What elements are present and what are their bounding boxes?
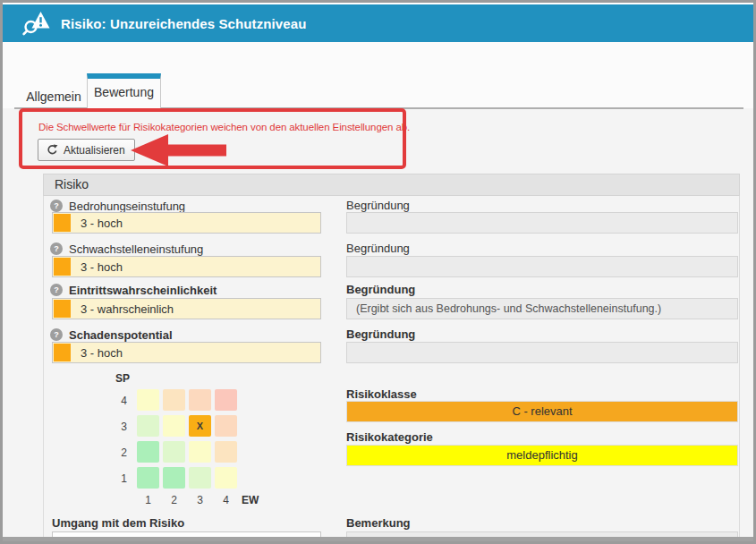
risk-class-bar: C - relevant <box>346 401 738 422</box>
begruendung-label-2: Begründung <box>346 242 410 256</box>
risk-dialog-window: Risiko: Unzureichendes Schutzniveau Allg… <box>0 0 756 544</box>
annotation-arrow <box>131 134 226 166</box>
rating-level-marker <box>54 258 71 276</box>
bedrohung-rating-value: 3 - hoch <box>81 217 123 230</box>
schadenspotential-rating-value: 3 - hoch <box>81 346 123 360</box>
risikokategorie-label: Risikokategorie <box>346 430 433 445</box>
risikoklasse-label: Risikoklasse <box>346 387 417 402</box>
bemerkung-label: Bemerkung <box>346 516 411 531</box>
matrix-cell-ew4-sp4[interactable] <box>215 389 237 411</box>
matrix-x-axis-label: EW <box>242 494 259 506</box>
eintritt-label: Eintrittswahrscheinlichkeit <box>69 284 217 297</box>
matrix-cell-ew1-sp4[interactable] <box>137 389 159 411</box>
matrix-cell-ew2-sp1[interactable] <box>163 467 185 489</box>
aktualisieren-button[interactable]: Aktualisieren <box>38 139 135 161</box>
tab-allgemein[interactable]: Allgemein <box>21 85 86 108</box>
risiko-panel-header: Risiko <box>43 174 740 196</box>
eintritt-rating-value: 3 - wahrscheinlich <box>81 302 174 316</box>
help-icon[interactable]: ? <box>50 200 63 212</box>
window-title: Risiko: Unzureichendes Schutzniveau <box>61 16 306 31</box>
schadenspotential-rating-field[interactable]: 3 - hoch <box>52 342 321 363</box>
refresh-icon <box>47 144 58 156</box>
risk-matrix-grid: X <box>137 389 237 489</box>
aktualisieren-button-label: Aktualisieren <box>64 144 125 157</box>
matrix-col-label-2: 2 <box>163 494 185 506</box>
matrix-col-label-4: 4 <box>215 494 237 506</box>
rating-level-marker <box>54 300 71 318</box>
threshold-warning-text: Die Schwellwerte für Risikokategorien we… <box>38 122 410 132</box>
tab-bewertung[interactable]: Bewertung <box>87 73 161 108</box>
matrix-cell-ew1-sp3[interactable] <box>137 415 159 437</box>
window-bottom-edge <box>3 537 753 541</box>
umgang-label: Umgang mit dem Risiko <box>52 516 184 530</box>
matrix-cell-ew3-sp1[interactable] <box>189 467 211 489</box>
risk-alert-icon <box>21 10 52 37</box>
schwachstellen-label: Schwachstelleneinstufung <box>69 242 203 256</box>
bedrohung-rating-field[interactable]: 3 - hoch <box>52 212 321 234</box>
schadenspotential-label: Schadenspotential <box>69 328 173 342</box>
eintritt-rating-field[interactable]: 3 - wahrscheinlich <box>52 298 321 319</box>
begruendung-label-4: Begründung <box>346 327 415 342</box>
schadenspotential-label-row: ? Schadenspotential <box>50 327 173 342</box>
rating-level-marker <box>54 214 71 232</box>
begruendung-label-1: Begründung <box>346 199 410 213</box>
eintritt-label-row: ? Eintrittswahrscheinlichkeit <box>50 283 217 297</box>
matrix-cell-ew3-sp3[interactable]: X <box>189 415 211 437</box>
matrix-cell-ew1-sp2[interactable] <box>137 441 159 463</box>
matrix-cell-ew3-sp2[interactable] <box>189 441 211 463</box>
window-titlebar: Risiko: Unzureichendes Schutzniveau <box>3 4 753 42</box>
rating-level-marker <box>54 344 71 361</box>
risk-category-bar: meldepflichtig <box>346 445 738 466</box>
help-icon[interactable]: ? <box>50 284 63 296</box>
matrix-cell-ew4-sp1[interactable] <box>215 467 237 489</box>
matrix-cell-ew2-sp4[interactable] <box>163 389 185 411</box>
begruendung-input-1[interactable] <box>346 212 738 234</box>
matrix-cell-ew4-sp3[interactable] <box>215 415 237 437</box>
bedrohung-label: Bedrohungseinstufung <box>69 200 185 213</box>
matrix-cell-ew4-sp2[interactable] <box>215 441 237 463</box>
matrix-cell-ew1-sp1[interactable] <box>137 467 159 489</box>
begruendung-input-3[interactable]: (Ergibt sich aus Bedrohungs- und Schwach… <box>346 298 738 319</box>
schwachstellen-rating-field[interactable]: 3 - hoch <box>52 256 321 277</box>
begruendung-input-4[interactable] <box>346 342 738 363</box>
bedrohung-label-row: ? Bedrohungseinstufung <box>50 199 185 213</box>
matrix-row-label-4: 4 <box>107 395 127 407</box>
matrix-row-label-1: 1 <box>107 472 127 485</box>
matrix-cell-ew2-sp2[interactable] <box>163 441 185 463</box>
matrix-cell-ew2-sp3[interactable] <box>163 415 185 437</box>
matrix-col-label-3: 3 <box>189 494 211 506</box>
help-icon[interactable]: ? <box>50 242 63 255</box>
schwachstellen-label-row: ? Schwachstelleneinstufung <box>50 242 203 256</box>
matrix-cell-ew3-sp4[interactable] <box>189 389 211 411</box>
matrix-row-label-3: 3 <box>107 421 127 433</box>
schwachstellen-rating-value: 3 - hoch <box>81 260 123 274</box>
matrix-row-label-2: 2 <box>107 446 127 459</box>
matrix-col-label-1: 1 <box>137 494 159 506</box>
begruendung-input-2[interactable] <box>346 256 738 277</box>
begruendung-label-3: Begründung <box>346 283 415 297</box>
matrix-y-axis-label: SP <box>115 372 130 385</box>
help-icon[interactable]: ? <box>50 328 63 341</box>
